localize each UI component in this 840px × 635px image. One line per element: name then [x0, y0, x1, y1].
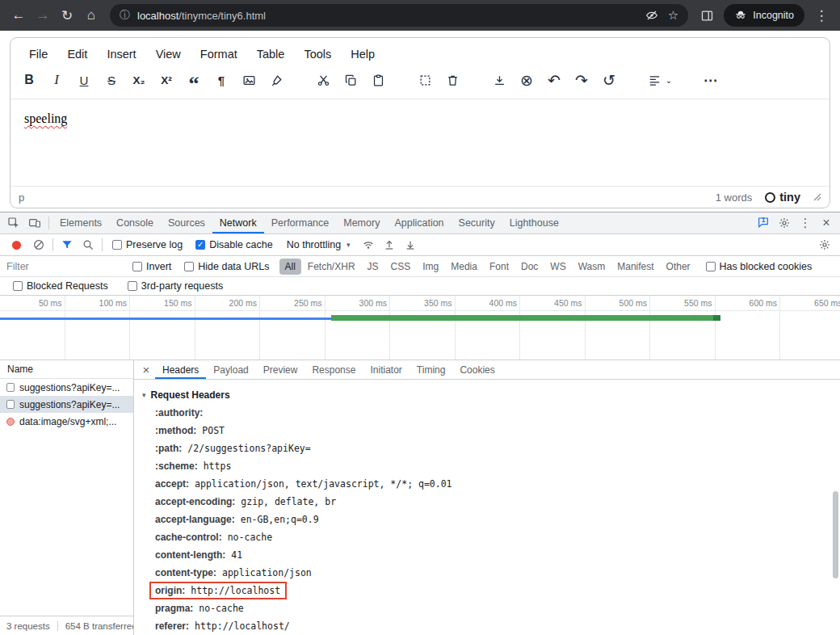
- filter-chip-js[interactable]: JS: [362, 259, 384, 275]
- tab-security[interactable]: Security: [452, 212, 502, 233]
- italic-icon[interactable]: I: [43, 68, 70, 92]
- filter-chip-font[interactable]: Font: [484, 259, 514, 275]
- undo-icon[interactable]: ↶: [540, 68, 568, 92]
- tab-console[interactable]: Console: [109, 212, 161, 233]
- menu-tools[interactable]: Tools: [295, 44, 340, 65]
- request-row[interactable]: suggestions?apiKey=...: [0, 379, 133, 396]
- forward-icon[interactable]: →: [31, 4, 55, 27]
- browser-menu-icon[interactable]: ⋮: [809, 4, 834, 27]
- tab-network[interactable]: Network: [212, 212, 264, 233]
- network-conditions-icon[interactable]: [358, 235, 379, 254]
- export-har-icon[interactable]: [400, 235, 421, 254]
- filter-toggle-icon[interactable]: [57, 235, 78, 254]
- devtools-menu-icon[interactable]: ⋮: [795, 213, 816, 233]
- editor-content-area[interactable]: speeling: [10, 99, 830, 186]
- address-bar[interactable]: ⓘ localhost/tinymce/tiny6.html ☆: [110, 4, 688, 27]
- export-icon[interactable]: [485, 68, 513, 92]
- filter-chip-manifest[interactable]: Manifest: [611, 259, 659, 275]
- checkbox-unchecked[interactable]: [706, 262, 716, 271]
- details-tab-cookies[interactable]: Cookies: [452, 360, 502, 379]
- redo-icon[interactable]: ↷: [568, 68, 595, 92]
- misspelled-word[interactable]: speeling: [24, 111, 67, 125]
- filter-chip-fetch-xhr[interactable]: Fetch/XHR: [302, 259, 361, 275]
- bookmark-star-icon[interactable]: ☆: [668, 8, 678, 23]
- cancel-icon[interactable]: ⊗: [513, 68, 540, 92]
- tiny-logo[interactable]: tiny: [765, 191, 800, 204]
- filter-chip-img[interactable]: Img: [417, 259, 444, 275]
- paragraph-icon[interactable]: ¶: [208, 68, 235, 92]
- menu-edit[interactable]: Edit: [58, 44, 96, 65]
- close-details-icon[interactable]: ×: [137, 363, 155, 376]
- timeline-overview[interactable]: 50 ms100 ms150 ms200 ms250 ms300 ms350 m…: [0, 296, 840, 360]
- menu-view[interactable]: View: [147, 44, 190, 65]
- details-tab-payload[interactable]: Payload: [206, 360, 255, 379]
- hide-data-urls-checkbox[interactable]: Hide data URLs: [184, 261, 269, 272]
- filter-chip-other[interactable]: Other: [661, 259, 696, 275]
- checkbox-checked[interactable]: ✓: [195, 240, 205, 250]
- filter-chip-ws[interactable]: WS: [544, 259, 571, 275]
- record-icon[interactable]: [12, 241, 21, 250]
- inspect-icon[interactable]: [3, 213, 24, 233]
- subscript-icon[interactable]: X₂: [125, 68, 153, 92]
- details-tab-preview[interactable]: Preview: [256, 360, 305, 379]
- reload-icon[interactable]: ↻: [55, 4, 79, 27]
- copy-icon[interactable]: [337, 68, 364, 92]
- trash-icon[interactable]: [439, 68, 466, 92]
- tab-performance[interactable]: Performance: [264, 212, 337, 233]
- resize-handle-icon[interactable]: [813, 193, 821, 201]
- third-party-checkbox[interactable]: 3rd-party requests: [128, 280, 223, 292]
- menu-table[interactable]: Table: [248, 44, 294, 65]
- menu-file[interactable]: File: [20, 44, 57, 65]
- tab-memory[interactable]: Memory: [336, 212, 387, 233]
- filter-chip-media[interactable]: Media: [445, 259, 483, 275]
- menu-format[interactable]: Format: [191, 44, 246, 65]
- name-column-header[interactable]: Name: [0, 360, 133, 379]
- paste-icon[interactable]: [364, 68, 392, 92]
- filter-input[interactable]: [6, 261, 126, 272]
- menu-insert[interactable]: Insert: [98, 44, 145, 65]
- word-count[interactable]: 1 words: [716, 191, 753, 204]
- search-icon[interactable]: [78, 235, 99, 254]
- filter-chip-all[interactable]: All: [279, 259, 301, 275]
- eye-blocked-icon[interactable]: [645, 9, 658, 22]
- devtools-settings-icon[interactable]: [774, 213, 795, 233]
- devtools-close-icon[interactable]: ×: [816, 213, 837, 233]
- back-icon[interactable]: ←: [6, 4, 31, 27]
- import-har-icon[interactable]: [379, 235, 400, 254]
- brush-icon[interactable]: [262, 68, 290, 92]
- checkbox-unchecked[interactable]: [128, 281, 137, 291]
- scrollbar[interactable]: [832, 380, 839, 635]
- underline-icon[interactable]: U: [70, 68, 98, 92]
- throttling-dropdown[interactable]: No throttling▾: [287, 239, 351, 250]
- align-icon[interactable]: ⌄: [642, 68, 678, 92]
- request-row[interactable]: suggestions?apiKey=...: [0, 396, 133, 413]
- checkbox-unchecked[interactable]: [184, 262, 194, 271]
- select-all-icon[interactable]: [411, 68, 439, 92]
- filter-chip-doc[interactable]: Doc: [515, 259, 544, 275]
- preserve-log-checkbox[interactable]: Preserve log: [112, 239, 183, 250]
- device-toolbar-icon[interactable]: [24, 213, 45, 233]
- cut-icon[interactable]: [309, 68, 337, 92]
- network-settings-icon[interactable]: [814, 235, 835, 254]
- has-blocked-cookies-checkbox[interactable]: Has blocked cookies: [706, 261, 813, 272]
- clear-icon[interactable]: [28, 235, 49, 254]
- tab-sources[interactable]: Sources: [161, 212, 212, 233]
- details-tab-initiator[interactable]: Initiator: [363, 360, 409, 379]
- checkbox-unchecked[interactable]: [112, 240, 122, 250]
- menu-help[interactable]: Help: [342, 44, 384, 65]
- tab-lighthouse[interactable]: Lighthouse: [502, 212, 566, 233]
- scrollbar-thumb[interactable]: [833, 491, 838, 578]
- image-icon[interactable]: [235, 68, 262, 92]
- element-path[interactable]: p: [19, 191, 24, 204]
- checkbox-unchecked[interactable]: [13, 281, 23, 291]
- filter-chip-css[interactable]: CSS: [385, 259, 417, 275]
- request-row[interactable]: data:image/svg+xml;...: [0, 413, 133, 430]
- side-panel-icon[interactable]: [695, 4, 719, 27]
- details-tab-headers[interactable]: Headers: [155, 360, 206, 379]
- invert-checkbox[interactable]: Invert: [132, 261, 171, 272]
- request-headers-section[interactable]: ▾ Request Headers: [142, 386, 829, 404]
- blocked-requests-checkbox[interactable]: Blocked Requests: [13, 280, 108, 292]
- checkbox-unchecked[interactable]: [132, 262, 142, 271]
- filter-chip-wasm[interactable]: Wasm: [573, 259, 611, 275]
- tab-elements[interactable]: Elements: [52, 212, 109, 233]
